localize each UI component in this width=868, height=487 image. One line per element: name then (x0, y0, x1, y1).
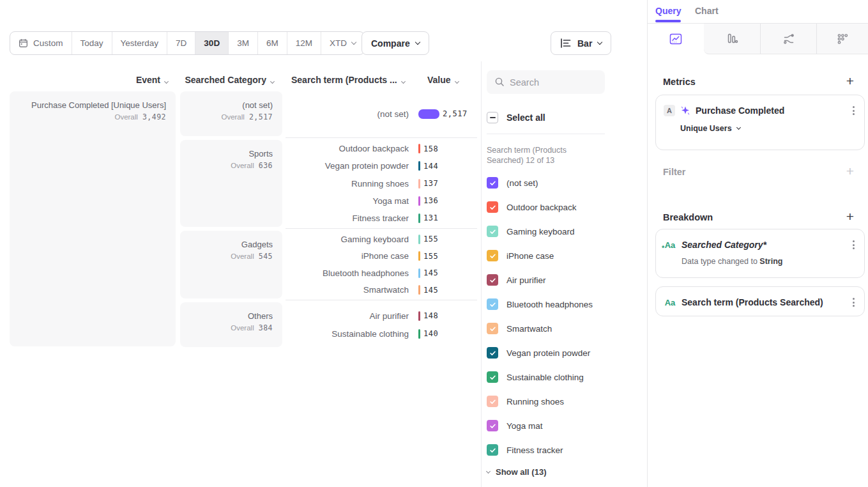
legend-item[interactable]: (not set) (487, 171, 605, 195)
date-range-custom[interactable]: Custom (10, 32, 72, 54)
add-metric-button[interactable]: + (844, 74, 857, 87)
legend-item[interactable]: Air purifier (487, 268, 605, 292)
category-overall: Overall2,517 (190, 112, 273, 121)
checkbox-checked[interactable] (487, 371, 498, 383)
date-range-label: 7D (176, 38, 187, 48)
date-range-yesterday[interactable]: Yesterday (112, 32, 167, 54)
term-row: Running shoes137 (286, 174, 477, 192)
term-value: 145 (423, 268, 438, 277)
date-range-today[interactable]: Today (72, 32, 112, 54)
legend-item[interactable]: iPhone case (487, 244, 605, 268)
chevron-down-icon (736, 125, 741, 130)
checkbox-checked[interactable] (487, 396, 498, 407)
legend-item[interactable]: Running shoes (487, 389, 605, 414)
date-range-3m[interactable]: 3M (228, 32, 257, 54)
checkbox-checked[interactable] (487, 250, 498, 261)
kebab-menu-icon[interactable] (851, 296, 857, 309)
checkbox-checked[interactable] (487, 274, 498, 286)
legend-item[interactable]: Bluetooth headphones (487, 292, 605, 316)
event-name: Purchase Completed [Unique Users] (19, 100, 166, 111)
insights-icon (669, 33, 682, 45)
value-bar (418, 329, 420, 339)
legend-item[interactable]: Sustainable clothing (487, 365, 605, 389)
breakdown-card-search-term[interactable]: Aa Search term (Products Searched) (655, 286, 865, 316)
checkbox-checked[interactable] (487, 177, 498, 189)
compare-button[interactable]: Compare (362, 31, 429, 55)
checkbox-checked[interactable] (487, 347, 498, 359)
date-range-xtd[interactable]: XTD (321, 32, 364, 54)
category-cell: (not set)Overall2,517 (180, 91, 282, 136)
legend-item-label: Running shoes (506, 397, 564, 406)
tab-retention[interactable] (816, 24, 868, 54)
group-separator (286, 300, 477, 300)
legend-item-label: Yoga mat (506, 421, 543, 431)
checkbox-checked[interactable] (487, 420, 498, 431)
overall-label: Overall (221, 113, 244, 121)
breakdown-card-searched-category[interactable]: Aa* Searched Category* Data type changed… (655, 229, 865, 278)
legend-item[interactable]: Vegan protein powder (487, 341, 605, 365)
term-label: (not set) (286, 109, 418, 119)
date-range-6m[interactable]: 6M (257, 32, 287, 54)
category-cell: SportsOverall636 (180, 140, 282, 227)
legend-item-label: Fitness tracker (506, 445, 563, 455)
series-caption: Search term (Products Searched) 12 of 13 (487, 145, 602, 166)
legend-item[interactable]: Gaming keyboard (487, 219, 605, 244)
category-group: SportsOverall636Outdoor backpack158Vegan… (180, 140, 477, 227)
tab-funnels[interactable] (704, 24, 760, 54)
app-root: CustomTodayYesterday7D30D3M6M12MXTD Comp… (0, 0, 868, 487)
checkbox-checked[interactable] (487, 323, 498, 334)
column-header-search-term[interactable]: Search term (Products ... (291, 75, 405, 85)
date-range-12m[interactable]: 12M (287, 32, 321, 54)
column-header-value[interactable]: Value (427, 75, 459, 85)
bar-chart-icon (560, 38, 572, 48)
date-range-7d[interactable]: 7D (167, 32, 195, 54)
breakdown-note: Data type changed to String (681, 257, 857, 266)
legend-item[interactable]: Smartwatch (487, 316, 605, 341)
term-rows: (not set)2,517 (286, 91, 477, 136)
show-all-button[interactable]: Show all (13) (487, 466, 605, 477)
value-bar (418, 179, 420, 189)
column-header-label: Search term (Products ... (291, 75, 397, 85)
checkbox-checked[interactable] (487, 298, 498, 310)
date-range-group: CustomTodayYesterday7D30D3M6M12MXTD (10, 31, 365, 55)
legend-item[interactable]: Yoga mat (487, 414, 605, 438)
term-value: 144 (423, 162, 438, 171)
term-row: (not set)2,517 (286, 105, 477, 123)
date-range-label: 30D (204, 38, 220, 48)
term-value: 155 (423, 235, 438, 244)
checkbox-checked[interactable] (487, 226, 498, 237)
category-overall-value: 545 (259, 252, 273, 261)
checkbox-checked[interactable] (487, 201, 498, 213)
chart-type-button[interactable]: Bar (551, 31, 611, 55)
term-label: Bluetooth headphones (286, 268, 418, 278)
breakdown-name: Search term (Products Searched) (681, 297, 823, 307)
value-bar (418, 285, 420, 295)
tab-insights[interactable] (648, 24, 704, 54)
tab-flows[interactable] (760, 24, 816, 54)
metrics-title: Metrics (663, 77, 696, 87)
tab-query[interactable]: Query (655, 6, 681, 16)
select-all[interactable]: Select all (487, 112, 605, 123)
chevron-down-icon (415, 39, 420, 44)
legend-item[interactable]: Fitness tracker (487, 438, 605, 462)
column-header-event[interactable]: Event (64, 75, 168, 85)
category-overall: Overall636 (190, 161, 273, 170)
date-range-30d[interactable]: 30D (195, 32, 228, 54)
kebab-menu-icon[interactable] (851, 238, 857, 251)
tab-chart[interactable]: Chart (695, 6, 719, 16)
checkbox-indeterminate[interactable] (487, 112, 498, 123)
chevron-down-icon (164, 79, 169, 84)
chevron-down-icon (401, 79, 406, 84)
column-header-searched-category[interactable]: Searched Category (179, 75, 274, 85)
chevron-down-icon (597, 39, 602, 44)
kebab-menu-icon[interactable] (851, 104, 857, 117)
add-breakdown-button[interactable]: + (844, 210, 857, 222)
term-rows: Air purifier148Sustainable clothing140 (286, 302, 477, 347)
term-value: 148 (423, 311, 438, 320)
checkbox-checked[interactable] (487, 444, 498, 456)
metric-card[interactable]: A Purchase Completed Unique Users (655, 95, 865, 150)
add-filter-button[interactable]: + (844, 164, 857, 177)
legend-item[interactable]: Outdoor backpack (487, 195, 605, 219)
aggregation-selector[interactable]: Unique Users (680, 124, 857, 133)
term-row: Air purifier148 (286, 307, 477, 325)
